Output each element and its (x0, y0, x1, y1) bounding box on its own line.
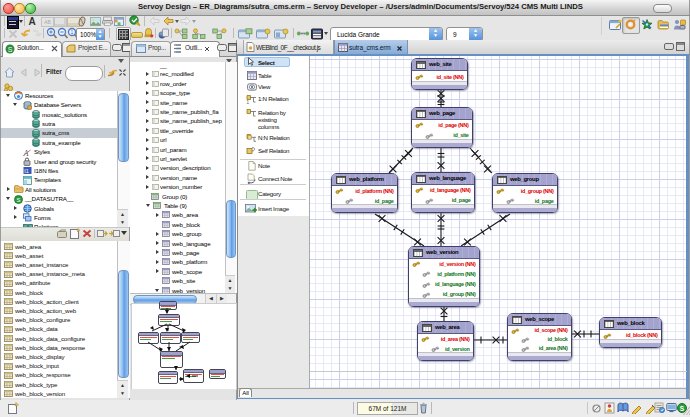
svg-text:1: 1 (247, 99, 250, 104)
